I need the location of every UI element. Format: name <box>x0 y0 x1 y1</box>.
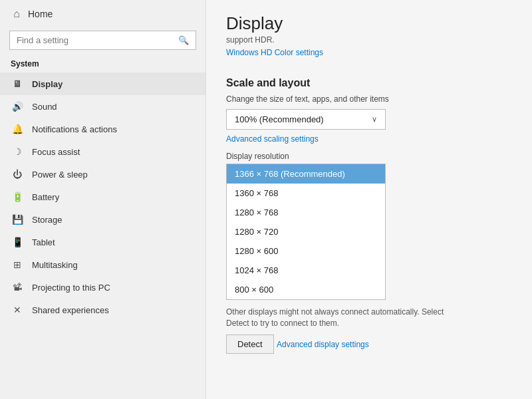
sidebar-item-tablet-label: Tablet <box>32 237 55 247</box>
page-title: Display <box>226 13 512 34</box>
search-icon: 🔍 <box>178 35 189 45</box>
projecting-icon: 📽 <box>11 282 24 293</box>
hdr-link[interactable]: Windows HD Color settings <box>226 48 323 57</box>
resolution-option-4[interactable]: 1280 × 600 <box>227 241 385 261</box>
sound-icon: 🔊 <box>11 101 24 112</box>
sidebar: ⌂ Home 🔍 System 🖥 Display 🔊 Sound 🔔 Noti… <box>0 0 206 399</box>
sidebar-item-battery[interactable]: 🔋 Battery <box>0 186 205 208</box>
resolution-option-0[interactable]: 1366 × 768 (Recommended) <box>227 164 385 184</box>
sidebar-item-notifications[interactable]: 🔔 Notifications & actions <box>0 118 205 140</box>
multitasking-icon: ⊞ <box>11 259 24 270</box>
sidebar-item-sound[interactable]: 🔊 Sound <box>0 95 205 118</box>
sidebar-item-focus-label: Focus assist <box>32 147 80 157</box>
search-box[interactable]: 🔍 <box>9 31 196 50</box>
monitor-icon: 🖥 <box>11 78 24 89</box>
scale-subtitle: Change the size of text, apps, and other… <box>226 94 512 104</box>
sidebar-item-focus-assist[interactable]: ☽ Focus assist <box>0 140 205 163</box>
notifications-icon: 🔔 <box>11 124 24 134</box>
scale-section-title: Scale and layout <box>226 77 512 89</box>
sidebar-item-storage[interactable]: 💾 Storage <box>0 208 205 231</box>
hdr-note: support HDR. <box>226 35 512 45</box>
detect-button[interactable]: Detect <box>226 334 274 354</box>
resolution-option-1[interactable]: 1360 × 768 <box>227 184 385 203</box>
sidebar-item-power-sleep[interactable]: ⏻ Power & sleep <box>0 163 205 186</box>
sidebar-item-power-label: Power & sleep <box>32 170 88 180</box>
chevron-down-icon: ∨ <box>372 115 377 124</box>
sidebar-item-shared-experiences[interactable]: ✕ Shared experiences <box>0 299 205 321</box>
other-displays-note: Other displays might not always connect … <box>226 307 452 329</box>
resolution-option-2[interactable]: 1280 × 768 <box>227 203 385 222</box>
scale-dropdown[interactable]: 100% (Recommended) ∨ <box>226 109 386 130</box>
sidebar-item-battery-label: Battery <box>32 192 59 202</box>
sidebar-item-multitasking-label: Multitasking <box>32 260 78 270</box>
sidebar-item-display[interactable]: 🖥 Display <box>0 72 205 95</box>
advanced-scaling-link[interactable]: Advanced scaling settings <box>226 134 319 144</box>
shared-icon: ✕ <box>11 305 24 315</box>
sidebar-item-shared-label: Shared experiences <box>32 305 109 315</box>
sidebar-item-multitasking[interactable]: ⊞ Multitasking <box>0 253 205 276</box>
sidebar-item-projecting-label: Projecting to this PC <box>32 283 110 293</box>
sidebar-item-notifications-label: Notifications & actions <box>32 124 117 134</box>
system-section-label: System <box>0 57 205 72</box>
scale-dropdown-value: 100% (Recommended) <box>235 114 324 124</box>
sidebar-item-storage-label: Storage <box>32 215 63 225</box>
tablet-icon: 📱 <box>11 237 24 247</box>
home-nav-item[interactable]: ⌂ Home <box>0 0 205 28</box>
battery-icon: 🔋 <box>11 192 24 202</box>
power-icon: ⏻ <box>11 169 24 180</box>
search-input[interactable] <box>17 35 174 45</box>
home-label: Home <box>28 9 53 19</box>
sidebar-item-display-label: Display <box>32 79 63 89</box>
main-content: Display support HDR. Windows HD Color se… <box>206 0 532 399</box>
home-icon: ⌂ <box>11 8 23 20</box>
storage-icon: 💾 <box>11 214 24 225</box>
sidebar-item-tablet[interactable]: 📱 Tablet <box>0 231 205 253</box>
focus-icon: ☽ <box>11 146 24 157</box>
sidebar-item-projecting[interactable]: 📽 Projecting to this PC <box>0 276 205 299</box>
resolution-option-5[interactable]: 1024 × 768 <box>227 261 385 280</box>
resolution-option-3[interactable]: 1280 × 720 <box>227 222 385 241</box>
advanced-display-link[interactable]: Advanced display settings <box>277 340 369 349</box>
resolution-option-6[interactable]: 532 × 399 <box>227 280 385 299</box>
sidebar-item-sound-label: Sound <box>32 102 57 112</box>
resolution-label: Display resolution <box>226 152 512 161</box>
resolution-dropdown[interactable]: 1366 × 768 (Recommended) 1360 × 768 1280… <box>226 164 386 300</box>
